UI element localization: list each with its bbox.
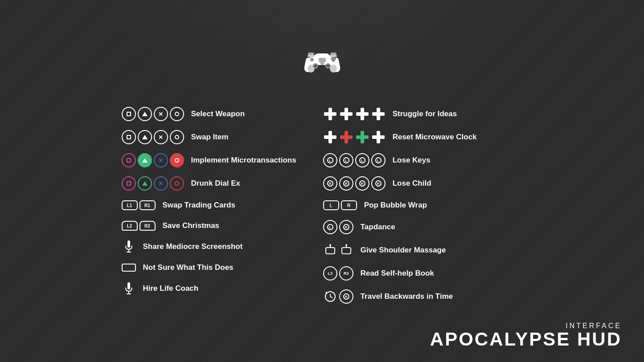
svg-point-11 — [332, 59, 335, 62]
left-column: ✕ Select Weapon ✕ Swap Item ✕ Implem — [122, 102, 296, 308]
cross-btn: ✕ — [154, 107, 168, 121]
icons-swap-item: ✕ — [122, 130, 184, 144]
label-travel-time: Travel Backwards in Time — [361, 292, 453, 301]
dpad1 — [323, 107, 337, 121]
icons-not-sure — [122, 264, 136, 272]
square-pink-btn — [122, 153, 136, 167]
icons-travel: R — [323, 289, 353, 304]
l-analog2: L — [339, 153, 353, 167]
row-select-weapon: ✕ Select Weapon — [122, 102, 296, 126]
r-analog1: R — [323, 176, 337, 191]
row-shoulder-massage: Give Shoulder Massage — [323, 239, 477, 262]
triangle-btn2 — [138, 130, 152, 144]
icons-pop-bubble: L R — [323, 200, 357, 210]
t-icon1 — [323, 243, 337, 257]
svg-rect-33 — [324, 135, 336, 139]
circle-btn2 — [170, 130, 184, 144]
dpad-red1 — [339, 130, 353, 144]
l1-btn: L1 — [122, 200, 138, 210]
svg-rect-21 — [127, 282, 130, 289]
icons-lose-child: R R R R — [323, 176, 386, 191]
svg-rect-40 — [326, 248, 335, 254]
branding: INTERFACE APOCALYPSE HUD — [430, 322, 622, 349]
label-struggle: Struggle for Ideas — [393, 110, 457, 118]
row-drunk-dial: ✕ Drunk Dial Ex — [122, 172, 296, 195]
svg-rect-25 — [324, 112, 336, 116]
dpad4 — [371, 107, 386, 121]
icons-micro: ✕ — [122, 153, 184, 167]
svg-rect-16 — [308, 53, 314, 55]
label-microwave: Reset Microwave Clock — [393, 133, 477, 142]
r-analog-travel: R — [339, 289, 353, 304]
l3-btn: L3 — [323, 266, 337, 281]
r2-btn: R2 — [139, 221, 156, 231]
svg-rect-35 — [340, 135, 353, 139]
svg-rect-37 — [356, 135, 369, 139]
r-analog3: R — [355, 176, 369, 191]
icons-select-weapon: ✕ — [122, 107, 184, 121]
mic2-icon — [122, 282, 136, 295]
label-massage: Give Shoulder Massage — [361, 246, 446, 255]
clock-icon — [323, 289, 337, 304]
row-swap-trading: L1 R1 Swap Trading Cards — [122, 195, 296, 216]
controller-icon — [302, 49, 342, 76]
label-screenshot: Share Mediocre Screenshot — [143, 242, 243, 251]
t-icon2 — [339, 243, 353, 257]
row-lose-keys: L L L L Lose Keys — [323, 149, 477, 172]
icons-trading: L1 R1 — [122, 200, 156, 210]
label-swap-item: Swap Item — [191, 133, 229, 142]
label-tapdance: Tapdance — [361, 223, 395, 232]
row-travel-time: R Travel Backwards in Time — [323, 285, 477, 308]
label-not-sure: Not Sure What This Does — [143, 263, 234, 272]
l-analog4: L — [371, 153, 386, 167]
svg-rect-39 — [372, 135, 385, 139]
row-tapdance: L R Tapdance — [323, 216, 477, 239]
svg-rect-18 — [127, 240, 130, 248]
square-btn — [122, 107, 136, 121]
main-content: ✕ Select Weapon ✕ Swap Item ✕ Implem — [122, 102, 523, 308]
svg-point-45 — [345, 244, 347, 246]
svg-rect-29 — [356, 112, 369, 116]
svg-point-1 — [330, 65, 337, 73]
label-self-help: Read Self-help Book — [361, 269, 434, 278]
svg-rect-43 — [342, 248, 351, 254]
r1-btn: R1 — [139, 200, 156, 210]
dpad-white1 — [323, 130, 337, 144]
dpad2 — [339, 107, 353, 121]
l-btn: L — [323, 200, 339, 210]
icons-tapdance: L R — [323, 220, 353, 234]
label-trading: Swap Trading Cards — [163, 201, 235, 210]
row-pop-bubble: L R Pop Bubble Wrap — [323, 195, 477, 216]
circle-outline-btn — [170, 176, 184, 191]
l-circle-btn: L — [323, 220, 337, 234]
square-outline-btn — [122, 176, 136, 191]
icons-massage — [323, 243, 353, 257]
l-analog3: L — [355, 153, 369, 167]
label-lose-keys: Lose Keys — [393, 156, 431, 165]
svg-rect-14 — [308, 55, 315, 57]
dpad-white2 — [371, 130, 386, 144]
dpad-teal1 — [355, 130, 369, 144]
r-analog4: R — [371, 176, 386, 191]
svg-rect-15 — [330, 55, 337, 57]
r-btn: R — [341, 200, 357, 210]
icons-self-help: L3 R3 — [323, 266, 353, 281]
branding-bottom: APOCALYPSE HUD — [430, 330, 622, 349]
row-implement-micro: ✕ Implement Microtransactions — [122, 149, 296, 172]
row-share-screenshot: Share Mediocre Screenshot — [122, 236, 296, 257]
icons-struggle — [323, 107, 386, 121]
square-btn2 — [122, 130, 136, 144]
row-microwave: Reset Microwave Clock — [323, 126, 477, 149]
circle-red-btn — [170, 153, 184, 167]
row-not-sure: Not Sure What This Does — [122, 257, 296, 278]
label-pop-bubble: Pop Bubble Wrap — [364, 201, 427, 210]
svg-point-3 — [314, 65, 317, 67]
cross-btn2: ✕ — [154, 130, 168, 144]
icons-microwave — [323, 130, 386, 144]
icons-christmas: L2 R2 — [122, 221, 156, 231]
row-lose-child: R R R R Lose Child — [323, 172, 477, 195]
touchpad-icon — [122, 264, 136, 272]
icons-coach — [122, 282, 136, 295]
row-self-help: L3 R3 Read Self-help Book — [323, 262, 477, 285]
label-drunk-dial: Drunk Dial Ex — [191, 179, 241, 188]
